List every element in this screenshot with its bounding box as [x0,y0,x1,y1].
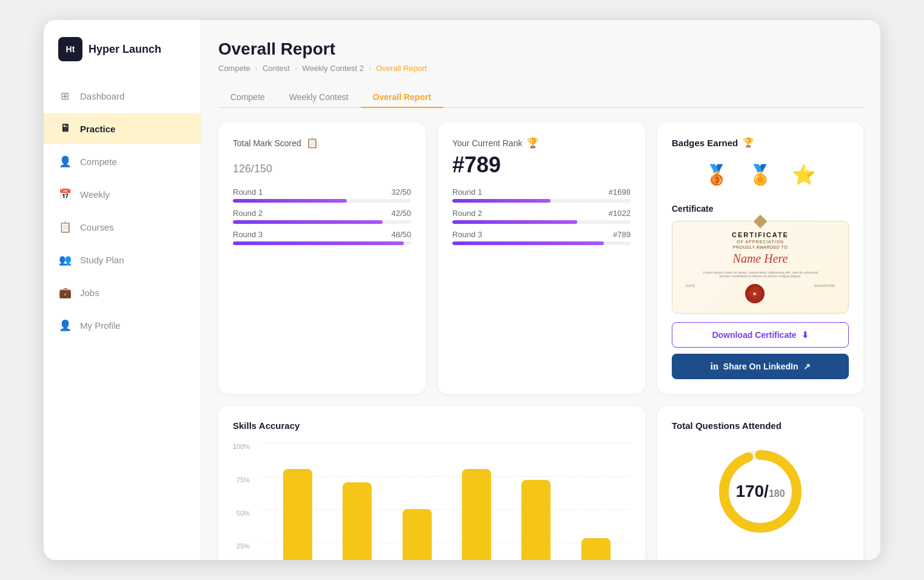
y-axis: 100% 75% 50% 25% [233,443,255,560]
stats-row: Total Mark Scored 📋 126/150 Round 1 32/5… [218,123,863,394]
rank-value: #789 [452,152,631,178]
sidebar-label-courses: Courses [80,222,114,232]
sidebar-item-weekly[interactable]: 📅 Weekly [44,179,201,209]
tab-weekly-contest[interactable]: Weekly Contest [277,87,361,108]
rank-round-3: Round 3 #789 [452,230,631,245]
sidebar-item-practice[interactable]: 🖥 Practice [44,113,201,144]
rank-card: Your Current Rank 🏆 #789 Round 1 #1698 R… [438,123,645,394]
donut-wrapper: 170/180 [672,443,849,540]
donut-text: 170/180 [735,482,785,501]
sidebar-item-compete[interactable]: 👤 Compete [44,146,201,177]
cert-body: Lorem ipsum dolor sit amet, consectetur … [700,271,821,278]
marks-round-1: Round 1 32/50 [233,187,411,203]
badge-1: 🥉 [700,158,734,192]
app-title: Hyper Launch [89,43,161,56]
dashboard-icon: ⊞ [58,89,72,103]
bar-java-fill [403,509,432,560]
cert-signature-label: SIGNATURE [814,284,835,303]
questions-card: Total Questions Attended 170/180 [657,406,863,560]
bar-java2-fill [581,538,611,560]
download-certificate-button[interactable]: Download Certificate ⬇ [672,322,849,348]
bar-python-fill [462,469,491,560]
breadcrumb-weekly-contest[interactable]: Weekly Contest 2 [302,64,364,73]
marks-label: Total Mark Scored 📋 [233,137,411,149]
bar-python [454,469,499,560]
sidebar-label-jobs: Jobs [80,288,99,298]
linkedin-share-button[interactable]: in Share On LinkedIn ↗ [672,354,849,379]
marks-round-3: Round 3 48/50 [233,230,411,245]
badges-title: Badges Earned 🏆 [672,137,849,148]
tab-compete[interactable]: Compete [218,87,277,108]
cert-section-title: Certificate [672,204,849,214]
breadcrumb-sep-3: › [369,64,371,73]
sidebar-label-my-profile: My Profile [80,320,121,331]
marks-value: 126/150 [233,152,411,178]
sidebar-nav: ⊞ Dashboard 🖥 Practice 👤 Compete 📅 Weekl… [44,81,201,543]
grid-line-100 [263,443,631,443]
breadcrumb-contest[interactable]: Contest [263,64,290,73]
breadcrumb: Compete › Contest › Weekly Contest 2 › O… [218,64,863,73]
breadcrumb-overall-report: Overall Report [376,64,427,73]
cert-awarded: PROUDLY AWARDED TO [733,245,788,249]
badge-trophy-icon: 🏆 [743,137,754,148]
sidebar-item-jobs[interactable]: 💼 Jobs [44,277,201,308]
cert-subtitle: OF APPRECIATION [737,240,784,244]
sidebar-item-study-plan[interactable]: 👥 Study Plan [44,244,201,275]
breadcrumb-compete[interactable]: Compete [218,64,250,73]
sidebar-item-my-profile[interactable]: 👤 My Profile [44,310,201,340]
marks-card: Total Mark Scored 📋 126/150 Round 1 32/5… [218,123,426,394]
bar-java2 [574,538,618,560]
chart-area: 100% 75% 50% 25% [233,443,631,560]
main-content: Overall Report Compete › Contest › Weekl… [201,20,880,560]
cert-name: Name Here [733,252,788,266]
sidebar-item-dashboard[interactable]: ⊞ Dashboard [44,81,201,111]
bar-cpp-fill [343,482,372,560]
cert-diamond [754,215,768,229]
sidebar-label-study-plan: Study Plan [80,255,124,265]
tab-overall-report[interactable]: Overall Report [361,87,443,108]
breadcrumb-sep-2: › [295,64,297,73]
badge-3: ⭐ [787,158,821,192]
compete-icon: 👤 [58,155,72,168]
weekly-icon: 📅 [58,187,72,201]
sidebar-label-compete: Compete [80,157,117,167]
bar-cpp [335,482,380,560]
bars-group [263,469,631,560]
rank-round-2: Round 2 #1022 [452,209,631,224]
nav-tabs: Compete Weekly Contest Overall Report [218,87,863,108]
bottom-row: Skills Accuracy 100% 75% 50% 25% [218,406,863,560]
rank-icon: 🏆 [527,137,539,149]
questions-title: Total Questions Attended [672,420,849,431]
cert-title: CERTIFICATE [732,231,789,238]
my-profile-icon: 👤 [58,319,72,332]
courses-icon: 📋 [58,220,72,234]
logo-icon: Ht [58,37,82,61]
donut-container: 170/180 [712,443,809,540]
download-icon: ⬇ [802,330,809,340]
marks-round-2: Round 2 42/50 [233,209,411,224]
external-link-icon: ↗ [803,362,811,371]
breadcrumb-sep-1: › [255,64,258,73]
sidebar-label-practice: Practice [80,124,115,134]
rank-round-1: Round 1 #1698 [452,187,631,203]
rank-label: Your Current Rank 🏆 [452,137,631,149]
sidebar: Ht Hyper Launch ⊞ Dashboard 🖥 Practice 👤… [44,20,201,560]
jobs-icon: 💼 [58,286,72,299]
bar-rust [514,480,558,560]
badges-certificate-card: Badges Earned 🏆 🥉 🏅 ⭐ Certificate CERTIF… [657,123,863,394]
y-label-100: 100% [233,443,250,450]
bar-rust-fill [521,480,551,560]
sidebar-item-courses[interactable]: 📋 Courses [44,212,201,242]
bar-c [275,469,320,560]
y-label-75: 75% [236,476,250,484]
bar-c-fill [283,469,312,560]
practice-icon: 🖥 [58,122,72,135]
sidebar-label-weekly: Weekly [80,189,110,200]
study-plan-icon: 👥 [58,253,72,266]
badge-2: 🏅 [743,158,777,192]
badges-row: 🥉 🏅 ⭐ [672,158,849,192]
sidebar-label-dashboard: Dashboard [80,91,124,101]
page-title: Overall Report [218,39,863,59]
chart-title: Skills Accuracy [233,420,631,431]
y-label-50: 50% [236,510,250,517]
